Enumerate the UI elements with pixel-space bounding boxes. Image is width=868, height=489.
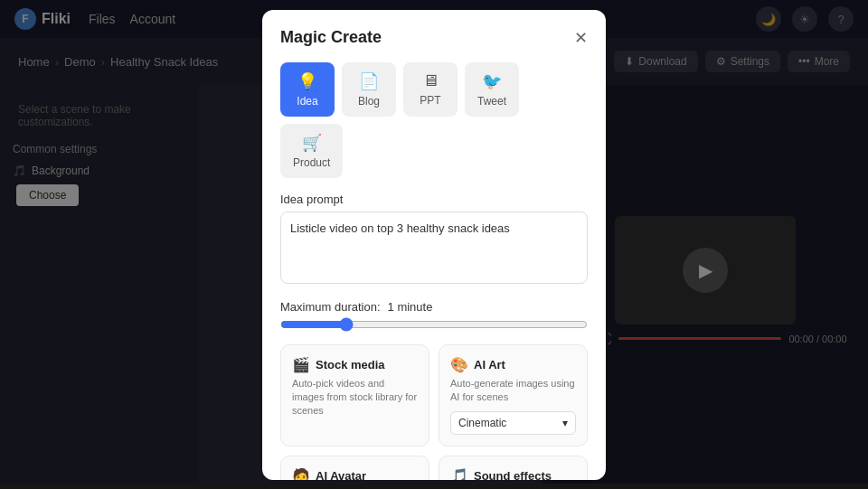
chevron-down-icon: ▾: [562, 417, 568, 429]
stock-media-title: Stock media: [316, 358, 385, 371]
sound-effects-icon: 🎵: [450, 467, 468, 479]
magic-create-modal: Magic Create ✕ 💡Idea📄Blog🖥PPT🐦Tweet🛒Prod…: [262, 10, 606, 480]
sound-effects-header: 🎵 Sound effects: [450, 467, 576, 479]
type-tabs: 💡Idea📄Blog🖥PPT🐦Tweet🛒Product: [280, 62, 588, 178]
ai-art-header: 🎨 AI Art: [450, 356, 576, 373]
ai-art-desc: Auto-generate images using AI for scenes: [450, 377, 576, 405]
stock-media-header: 🎬 Stock media: [292, 356, 418, 373]
ai-art-icon: 🎨: [450, 356, 468, 373]
stock-media-desc: Auto-pick videos and images from stock l…: [292, 377, 418, 418]
duration-value: 1 minute: [388, 300, 433, 314]
blog-tab-label: Blog: [358, 95, 380, 108]
idea-tab-icon: 💡: [297, 71, 317, 91]
feature-card-ai-avatar[interactable]: 🧑 AI Avatar Auto-add AI avatars for intr…: [280, 456, 429, 479]
feature-card-stock-media[interactable]: 🎬 Stock media Auto-pick videos and image…: [280, 344, 429, 447]
feature-card-sound-effects[interactable]: 🎵 Sound effects Auto-pick sound effects …: [439, 456, 588, 479]
modal-title: Magic Create: [280, 28, 382, 47]
idea-prompt-input[interactable]: [280, 212, 588, 284]
ai-avatar-title: AI Avatar: [316, 469, 366, 479]
type-tab-product[interactable]: 🛒Product: [280, 124, 343, 178]
product-tab-icon: 🛒: [302, 133, 322, 153]
features-grid: 🎬 Stock media Auto-pick videos and image…: [280, 344, 588, 480]
type-tab-blog[interactable]: 📄Blog: [342, 62, 396, 117]
feature-card-ai-art[interactable]: 🎨 AI Art Auto-generate images using AI f…: [439, 344, 588, 447]
ai-avatar-header: 🧑 AI Avatar: [292, 467, 418, 479]
idea-prompt-label: Idea prompt: [280, 193, 588, 206]
ai-art-title: AI Art: [474, 358, 505, 371]
ppt-tab-icon: 🖥: [422, 71, 439, 90]
type-tab-idea[interactable]: 💡Idea: [280, 62, 335, 117]
idea-tab-label: Idea: [297, 95, 317, 108]
sound-effects-title: Sound effects: [474, 469, 552, 479]
modal-header: Magic Create ✕: [280, 28, 588, 48]
ai-avatar-icon: 🧑: [292, 467, 310, 479]
stock-media-icon: 🎬: [292, 356, 310, 373]
ai-art-dropdown-value: Cinematic: [458, 417, 506, 429]
duration-slider[interactable]: [280, 317, 588, 332]
blog-tab-icon: 📄: [359, 71, 379, 91]
product-tab-label: Product: [293, 156, 330, 169]
tweet-tab-label: Tweet: [477, 95, 506, 108]
type-tab-tweet[interactable]: 🐦Tweet: [465, 62, 519, 117]
ai-art-dropdown[interactable]: Cinematic ▾: [450, 411, 576, 435]
duration-label: Maximum duration:: [280, 300, 381, 314]
modal-close-button[interactable]: ✕: [574, 28, 588, 48]
ppt-tab-label: PPT: [420, 94, 440, 107]
type-tab-ppt[interactable]: 🖥PPT: [403, 62, 458, 117]
modal-overlay: Magic Create ✕ 💡Idea📄Blog🖥PPT🐦Tweet🛒Prod…: [0, 0, 868, 489]
tweet-tab-icon: 🐦: [482, 71, 502, 91]
duration-row: Maximum duration: 1 minute: [280, 300, 588, 314]
